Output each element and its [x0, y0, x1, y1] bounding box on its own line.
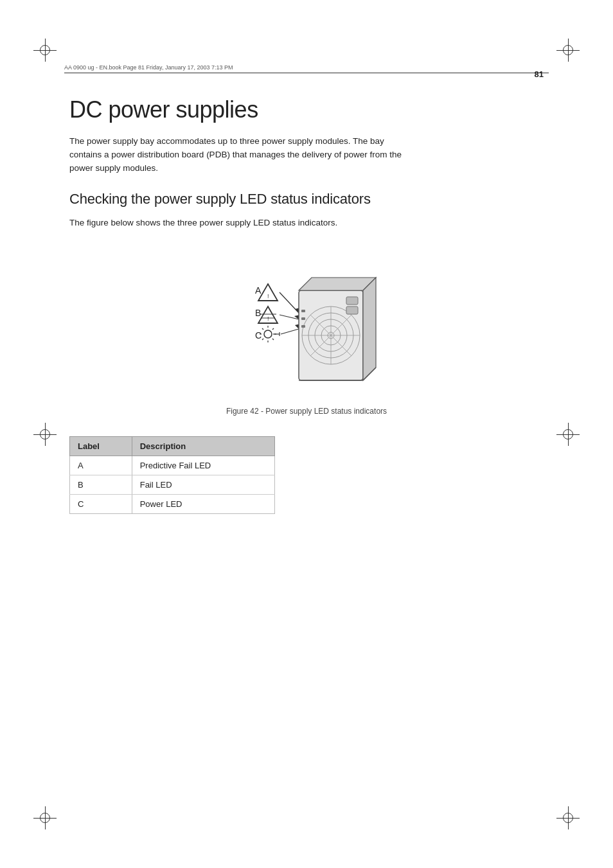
page-title: DC power supplies: [69, 96, 544, 123]
svg-line-17: [262, 339, 263, 340]
reg-mark-top-right: [556, 39, 580, 62]
figure-illustration: A B C ! !: [204, 245, 409, 402]
table-cell-label: A: [70, 456, 132, 475]
figure-caption: Figure 42 - Power supply LED status indi…: [226, 407, 387, 416]
col-label-header: Label: [70, 436, 132, 456]
reg-mark-bottom-right: [556, 806, 580, 829]
table-row: APredictive Fail LED: [70, 456, 275, 475]
led-table: Label Description APredictive Fail LEDBF…: [69, 436, 275, 514]
table-cell-label: B: [70, 475, 132, 494]
col-description-header: Description: [132, 436, 274, 456]
main-content: DC power supplies The power supply bay a…: [69, 84, 544, 514]
table-header-row: Label Description: [70, 436, 275, 456]
table-cell-description: Power LED: [132, 494, 274, 513]
svg-rect-38: [346, 297, 358, 305]
section-heading: Checking the power supply LED status ind…: [69, 191, 544, 208]
reg-mark-mid-left: [33, 423, 57, 446]
table-cell-label: C: [70, 494, 132, 513]
svg-text:!: !: [267, 315, 269, 322]
table-row: CPower LED: [70, 494, 275, 513]
svg-line-15: [272, 339, 274, 340]
section-intro: The figure below shows the three power s…: [69, 217, 404, 230]
svg-text:A: A: [255, 285, 262, 296]
header-bar: AA 0900 ug - EN.book Page 81 Friday, Jan…: [64, 64, 549, 73]
page-number: 81: [535, 69, 544, 79]
reg-mark-mid-right: [556, 423, 580, 446]
svg-rect-41: [301, 317, 305, 320]
svg-rect-42: [301, 325, 305, 328]
svg-text:C: C: [255, 330, 262, 341]
svg-text:B: B: [255, 308, 261, 318]
svg-text:!: !: [267, 293, 269, 299]
reg-mark-bottom-left: [33, 806, 57, 829]
body-paragraph: The power supply bay accommodates up to …: [69, 135, 404, 175]
svg-line-16: [272, 328, 274, 330]
table-cell-description: Predictive Fail LED: [132, 456, 274, 475]
svg-rect-40: [301, 310, 305, 312]
svg-line-14: [262, 328, 263, 330]
reg-mark-top-left: [33, 39, 57, 62]
svg-point-9: [264, 330, 272, 338]
svg-rect-39: [346, 306, 358, 314]
svg-marker-27: [299, 278, 376, 290]
svg-marker-28: [363, 278, 376, 380]
table-cell-description: Fail LED: [132, 475, 274, 494]
figure-container: A B C ! !: [69, 245, 544, 430]
table-row: BFail LED: [70, 475, 275, 494]
header-text: AA 0900 ug - EN.book Page 81 Friday, Jan…: [64, 64, 233, 71]
svg-line-24: [281, 329, 299, 334]
